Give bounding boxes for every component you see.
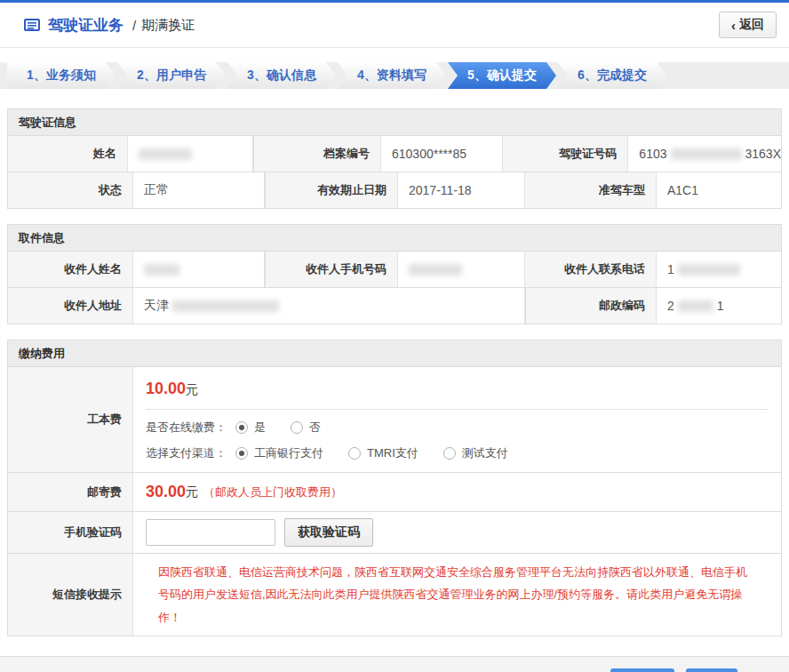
step-bar: 1、业务须知 2、用户申告 3、确认信息 4、资料填写 5、确认提交 6、完成提…	[0, 62, 789, 89]
recipient-address-value: 天津	[132, 288, 525, 324]
license-list-icon	[23, 18, 41, 32]
file-no-value: 610300****85	[380, 136, 503, 172]
postage-note: （邮政人员上门收取费用）	[203, 484, 342, 500]
radio-icon[interactable]	[443, 447, 456, 460]
step-tab-5[interactable]: 5、确认提交	[448, 62, 556, 89]
license-no-suffix: 3163X	[745, 147, 781, 161]
page-title: 驾驶证业务	[48, 15, 124, 36]
redacted-license-no	[671, 148, 742, 160]
valid-until-value: 2017-11-18	[397, 172, 525, 208]
channel-tmri-label: TMRI支付	[367, 445, 418, 461]
recipient-phone-prefix: 1	[667, 262, 674, 276]
back-button[interactable]: ‹ 返回	[719, 12, 777, 38]
online-pay-no-label: 否	[309, 420, 321, 436]
postage-label: 邮寄费	[8, 473, 132, 511]
step-tab-3[interactable]: 3、确认信息	[227, 62, 336, 89]
breadcrumb-separator: /	[132, 18, 136, 33]
work-fee-value-cell: 10.00元 是否在线缴费： 是 否 选择支付渠道：	[132, 367, 781, 472]
postal-code-label: 邮政编码	[525, 288, 656, 324]
step-tab-4[interactable]: 4、资料填写	[338, 62, 446, 89]
license-info-section: 驾驶证信息 姓名 档案编号 610300****85 驾驶证号码 6103 31…	[7, 108, 782, 209]
name-label: 姓名	[8, 136, 127, 172]
step-tab-2[interactable]: 2、用户申告	[117, 62, 226, 89]
channel-test-label: 测试支付	[462, 445, 508, 461]
sms-notice-row: 短信接收提示 因陕西省联通、电信运营商技术问题，陕西省互联网交通安全综合服务管理…	[8, 553, 781, 636]
license-no-value: 6103 3163X	[627, 136, 781, 172]
step-tab-6[interactable]: 6、完成提交	[558, 62, 666, 89]
sms-code-input[interactable]	[146, 519, 275, 546]
sms-code-label: 手机验证码	[8, 512, 132, 553]
postal-code-prefix: 2	[667, 299, 674, 313]
table-row: 姓名 档案编号 610300****85 驾驶证号码 6103 3163X	[8, 136, 781, 172]
license-no-prefix: 6103	[639, 147, 666, 161]
name-value	[127, 136, 254, 172]
work-fee-amount-line: 10.00元	[146, 367, 769, 410]
table-row: 收件人姓名 收件人手机号码 收件人联系电话 1	[8, 252, 781, 287]
redacted-recipient-address	[172, 300, 279, 312]
table-row: 状态 正常 有效期止日期 2017-11-18 准驾车型 A1C1	[8, 172, 781, 208]
sms-code-row: 手机验证码 获取验证码	[8, 511, 781, 553]
previous-step-button[interactable]: 上一步	[610, 668, 674, 672]
page: 驾驶证业务 / 期满换证 ‹ 返回 1、业务须知 2、用户申告 3、确认信息 4…	[0, 0, 789, 672]
pickup-section-title: 取件信息	[8, 225, 781, 252]
back-button-label: 返回	[739, 17, 764, 33]
vehicle-class-label: 准驾车型	[525, 172, 656, 208]
online-pay-option-no[interactable]: 否	[291, 420, 321, 436]
online-pay-label: 是否在线缴费：	[146, 420, 227, 436]
recipient-mobile-label: 收件人手机号码	[265, 252, 397, 287]
radio-icon[interactable]	[348, 447, 361, 460]
footer-action-bar: 上一步 完成	[0, 656, 789, 672]
online-pay-yes-label: 是	[254, 420, 266, 436]
recipient-mobile-value	[397, 252, 525, 287]
status-label: 状态	[8, 172, 132, 208]
recipient-name-label: 收件人姓名	[8, 252, 132, 287]
pickup-info-section: 取件信息 收件人姓名 收件人手机号码 收件人联系电话 1 收件人地址 天津 邮政…	[7, 224, 782, 324]
pay-channel-line: 选择支付渠道： 工商银行支付 TMRI支付 测试支付	[146, 445, 769, 461]
postage-amount: 30.00	[146, 483, 186, 501]
step-tab-1[interactable]: 1、业务须知	[7, 62, 116, 89]
postal-code-suffix: 1	[717, 299, 724, 313]
online-pay-option-yes[interactable]: 是	[235, 420, 266, 436]
recipient-address-prefix: 天津	[144, 298, 169, 314]
online-pay-line: 是否在线缴费： 是 否	[146, 420, 769, 436]
radio-icon[interactable]	[235, 447, 248, 460]
channel-option-icbc[interactable]: 工商银行支付	[235, 445, 323, 461]
sms-notice-text: 因陕西省联通、电信运营商技术问题，陕西省互联网交通安全综合服务管理平台无法向持陕…	[146, 554, 769, 636]
sms-code-cell: 获取验证码	[132, 512, 781, 553]
license-no-label: 驾驶证号码	[503, 136, 628, 172]
back-chevron-icon: ‹	[731, 18, 736, 33]
recipient-address-label: 收件人地址	[8, 288, 132, 324]
pay-channel-label: 选择支付渠道：	[146, 445, 227, 461]
vehicle-class-value: A1C1	[656, 172, 781, 208]
radio-icon[interactable]	[235, 421, 248, 434]
channel-icbc-label: 工商银行支付	[254, 445, 323, 461]
radio-icon[interactable]	[291, 421, 303, 434]
postage-value-cell: 30.00元 （邮政人员上门收取费用）	[132, 473, 781, 511]
work-fee-row: 工本费 10.00元 是否在线缴费： 是 否 选	[8, 367, 781, 472]
redacted-recipient-mobile	[409, 264, 462, 276]
sms-notice-cell: 因陕西省联通、电信运营商技术问题，陕西省互联网交通安全综合服务管理平台无法向持陕…	[132, 554, 781, 636]
get-sms-code-button[interactable]: 获取验证码	[284, 518, 373, 547]
recipient-phone-value: 1	[656, 252, 781, 287]
finish-button[interactable]: 完成	[686, 668, 737, 672]
redacted-postal-code	[678, 300, 713, 312]
page-header: 驾驶证业务 / 期满换证 ‹ 返回	[0, 3, 789, 48]
table-row: 收件人地址 天津 邮政编码 2 1	[8, 287, 781, 324]
work-fee-label: 工本费	[8, 367, 132, 472]
redacted-recipient-phone	[678, 264, 740, 276]
redacted-name	[139, 148, 192, 160]
status-value: 正常	[132, 172, 265, 208]
postage-currency: 元	[186, 484, 198, 500]
recipient-name-value	[132, 252, 265, 287]
channel-option-tmri[interactable]: TMRI支付	[348, 445, 418, 461]
redacted-recipient-name	[144, 264, 179, 276]
breadcrumb-current: 期满换证	[141, 17, 195, 34]
file-no-label: 档案编号	[253, 136, 380, 172]
fees-section-title: 缴纳费用	[8, 340, 781, 367]
license-section-title: 驾驶证信息	[8, 109, 781, 136]
valid-until-label: 有效期止日期	[265, 172, 397, 208]
work-fee-amount: 10.00	[146, 380, 186, 397]
fees-section: 缴纳费用 工本费 10.00元 是否在线缴费： 是 否	[7, 340, 782, 636]
postal-code-value: 2 1	[656, 288, 781, 324]
channel-option-test[interactable]: 测试支付	[443, 445, 508, 461]
